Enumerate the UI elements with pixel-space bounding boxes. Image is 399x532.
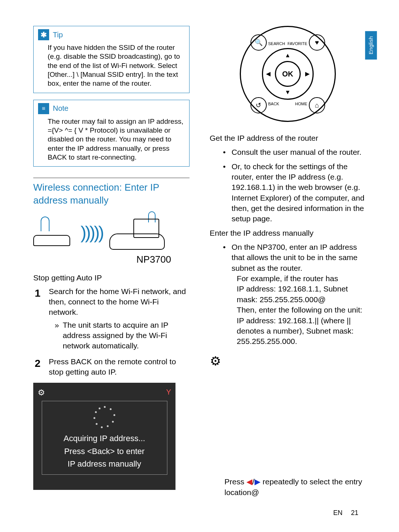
list-item: Consult the user manual of the router. [223,147,366,157]
settings-gear-icon: ⚙ [210,353,366,370]
stop-auto-ip-heading: Stop getting Auto IP [33,273,190,283]
device-icon [109,214,165,252]
dpad: ▲ ▼ ◀ ▶ OK [262,48,314,100]
left-arrow-icon: ◀ [266,70,270,78]
footer-page: 21 [351,509,358,516]
footer-lang: EN [333,509,342,516]
screen-line-1: Acquiring IP address... [64,433,145,444]
step-1-sub: The unit starts to acquire an IP address… [63,320,190,351]
section-title: Wireless connection: Enter IP address ma… [33,178,190,207]
get-ip-b1: Consult the user manual of the router. [232,147,361,157]
language-tab: English [365,31,377,59]
right-arrow-icon: ▶ [305,70,310,78]
down-arrow-icon: ▼ [285,88,291,96]
search-icon: 🔍 [250,34,267,51]
up-arrow-icon: ▲ [285,51,291,59]
step-1-text: Search for the home Wi-Fi network, and t… [49,286,190,318]
enter-ip-b4: Then, enter the following on the unit: I… [232,305,366,347]
note-callout: ≡ Note The router may fail to assign an … [33,100,190,167]
get-ip-heading: Get the IP address of the router [210,133,366,143]
home-label: HOME [295,101,307,107]
step-number: 2 [35,357,43,378]
note-body: The router may fail to assign an IP addr… [38,117,185,162]
ok-button: OK [275,61,301,87]
connection-diagram: ))))) [33,214,190,252]
loading-spinner-icon [93,406,116,428]
tip-body: If you have hidden the SSID of the route… [38,43,185,88]
screen-line-3: IP address manually [68,459,141,470]
press-arrows-text: Press ◀/▶ Press ◀/▶ repeatedly to select… [210,477,366,498]
favorite-label: FAVORITE [287,41,307,47]
device-label: NP3700 [118,253,190,266]
wifi-waves-icon: ))))) [81,221,103,245]
search-label: SEARCH [268,41,285,47]
favorite-icon: ♥ [309,34,325,51]
left-column: ✱ Tip If you have hidden the SSID of the… [33,26,190,498]
step-number: 1 [35,286,43,351]
signal-icon: Y [166,387,171,398]
note-label: Note [53,103,68,113]
tip-callout: ✱ Tip If you have hidden the SSID of the… [33,26,190,93]
tip-label: Tip [53,30,63,40]
router-icon [33,216,74,250]
device-screen-mock: ⚙ Y Acquiring IP address... Press <Back>… [33,383,175,490]
left-triangle-icon: ◀ [246,477,252,486]
get-ip-b2: Or, to check for the settings of the rou… [232,161,366,224]
back-label: BACK [268,101,279,107]
tip-icon: ✱ [38,29,49,40]
note-icon: ≡ [38,103,49,114]
screen-line-2: Press <Back> to enter [64,446,145,457]
back-icon: ↺ [250,97,267,113]
list-item: On the NP3700, enter an IP address that … [223,242,366,347]
step-1: 1 Search for the home Wi-Fi network, and… [35,286,190,351]
home-icon: ⌂ [309,97,325,113]
right-triangle-icon: ▶ [255,477,260,486]
step-2: 2 Press BACK on the remote control to st… [35,357,190,378]
sub-bullet-arrow-icon: » [55,320,59,351]
list-item: Or, to check for the settings of the rou… [223,161,366,224]
page-footer: EN 21 [333,508,358,517]
gear-icon: ⚙ [38,387,45,398]
right-column: 🔍 SEARCH ♥ FAVORITE ↺ BACK ⌂ HOME ▲ ▼ ◀ … [210,26,366,498]
enter-ip-b3: IP address: 192.168.1.1, Subnet mask: 25… [232,284,366,305]
enter-ip-heading: Enter the IP address manually [210,228,366,238]
enter-ip-b2: For example, if the router has [232,273,366,284]
remote-diagram: 🔍 SEARCH ♥ FAVORITE ↺ BACK ⌂ HOME ▲ ▼ ◀ … [240,26,336,122]
step-2-text: Press BACK on the remote control to stop… [49,357,190,378]
enter-ip-b1: On the NP3700, enter an IP address that … [232,242,366,273]
